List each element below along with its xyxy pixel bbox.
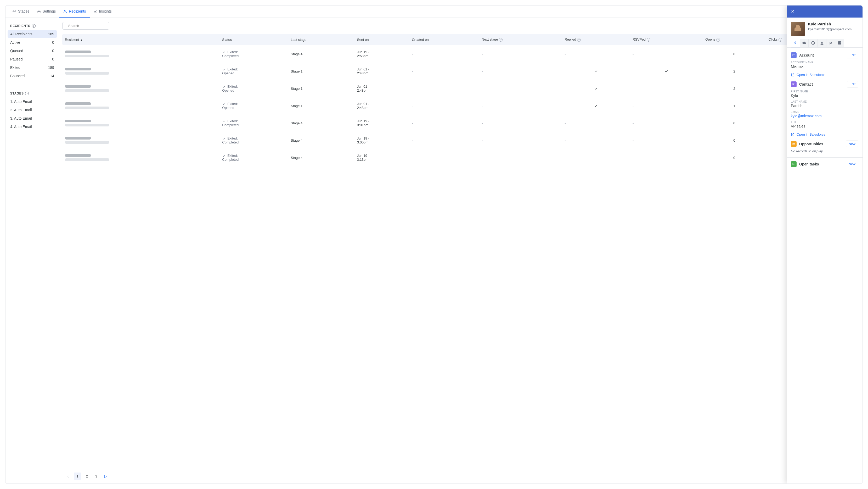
table-row[interactable]: Exited:CompletedStage 4Jun 19 ·3:01pm---… xyxy=(62,114,859,132)
help-icon[interactable]: ? xyxy=(25,92,29,95)
sidebar-filter-item[interactable]: Paused0 xyxy=(8,55,57,63)
panel-tab-person[interactable] xyxy=(817,39,827,47)
page-next[interactable]: ▷ xyxy=(102,472,110,480)
open-in-salesforce-contact[interactable]: Open in Salesforce xyxy=(791,133,858,136)
main-content: Recipient▲ Status Last stage Sent on Cre… xyxy=(59,18,863,484)
col-created-on[interactable]: Created on xyxy=(409,34,479,45)
tab-insights[interactable]: Insights xyxy=(90,5,115,18)
status-cell: Exited:Opened xyxy=(219,63,288,80)
sidebar-stage-item[interactable]: 2. Auto Email xyxy=(8,106,57,114)
next-stage-cell: - xyxy=(479,45,562,63)
help-icon[interactable]: ? xyxy=(647,38,650,41)
sidebar-filter-item[interactable]: Queued0 xyxy=(8,47,57,55)
contact-section-header: Contact Edit xyxy=(791,81,858,87)
page-1[interactable]: 1 xyxy=(74,472,81,480)
opens-cell: 0 xyxy=(703,149,766,166)
new-opportunity-button[interactable]: New xyxy=(846,141,858,147)
table-row[interactable]: Exited:CompletedStage 4Jun 19 ·2:58pm---… xyxy=(62,45,859,63)
next-stage-cell: - xyxy=(479,63,562,80)
next-stage-cell: - xyxy=(479,149,562,166)
email-value[interactable]: kyle@mixmax.com xyxy=(791,114,858,118)
panel-tab-p[interactable]: P xyxy=(827,39,835,47)
sidebar-filter-item[interactable]: Active0 xyxy=(8,38,57,47)
filter-label: All Recipients xyxy=(10,32,32,36)
help-icon[interactable]: ? xyxy=(577,38,581,41)
status-cell: Exited:Completed xyxy=(219,45,288,63)
table-row[interactable]: Exited:OpenedStage 1Jun 01 ·2:48pm---100 xyxy=(62,97,859,114)
sent-on-cell: Jun 19 ·3:01pm xyxy=(354,114,409,132)
tab-label: Recipients xyxy=(69,9,86,13)
status-cell: Exited:Completed xyxy=(219,132,288,149)
tab-settings[interactable]: Settings xyxy=(33,5,60,18)
replied-cell: - xyxy=(562,132,630,149)
profile-header: Kyle Parrish kparrish1913@prospect.com xyxy=(791,22,858,36)
panel-tab-salesforce[interactable] xyxy=(800,39,809,47)
help-icon[interactable]: ? xyxy=(716,38,720,41)
close-panel-button[interactable] xyxy=(790,9,795,15)
table-row[interactable]: Exited:OpenedStage 1Jun 01 ·2:48pm---200 xyxy=(62,80,859,97)
search-box[interactable] xyxy=(62,22,110,30)
col-sent-on[interactable]: Sent on xyxy=(354,34,409,45)
help-icon[interactable]: ? xyxy=(778,38,782,41)
table-row[interactable]: Exited:CompletedStage 4Jun 19 ·3:13pm---… xyxy=(62,149,859,166)
tab-stages[interactable]: Stages xyxy=(9,5,33,18)
col-status[interactable]: Status xyxy=(219,34,288,45)
rsvped-cell: - xyxy=(630,114,703,132)
replied-cell: - xyxy=(562,149,630,166)
search-input[interactable] xyxy=(68,24,112,28)
col-replied[interactable]: Replied? xyxy=(562,34,630,45)
title-value: VP sales xyxy=(791,124,858,128)
sidebar-stage-item[interactable]: 4. Auto Email xyxy=(8,122,57,131)
tab-recipients[interactable]: Recipients xyxy=(59,5,90,18)
sidebar-filter-item[interactable]: Exited189 xyxy=(8,63,57,72)
created-on-cell: - xyxy=(409,80,479,97)
help-icon[interactable]: ? xyxy=(499,38,502,41)
created-on-cell: - xyxy=(409,45,479,63)
sent-on-cell: Jun 19 ·3:00pm xyxy=(354,132,409,149)
panel-tab-activity[interactable] xyxy=(791,39,800,47)
person-icon xyxy=(820,41,824,45)
recipient-cell xyxy=(62,114,219,132)
sidebar-stage-item[interactable]: 1. Auto Email xyxy=(8,97,57,106)
page-3[interactable]: 3 xyxy=(93,472,100,480)
next-stage-cell: - xyxy=(479,132,562,149)
svg-point-1 xyxy=(15,11,16,12)
edit-account-button[interactable]: Edit xyxy=(847,52,858,58)
rsvped-cell: - xyxy=(630,132,703,149)
help-icon[interactable]: ? xyxy=(32,24,36,28)
page-2[interactable]: 2 xyxy=(83,472,91,480)
bolt-icon xyxy=(793,41,797,45)
tasks-icon xyxy=(791,161,797,167)
sidebar-stage-item[interactable]: 3. Auto Email xyxy=(8,114,57,122)
sidebar-filter-item[interactable]: Bounced14 xyxy=(8,72,57,80)
account-name-label: ACCOUNT NAME xyxy=(791,61,858,64)
sidebar-filter-item[interactable]: All Recipients189 xyxy=(8,30,57,38)
col-next-stage[interactable]: Next stage? xyxy=(479,34,562,45)
opens-cell: 2 xyxy=(703,63,766,80)
table-row[interactable]: Exited:OpenedStage 1Jun 01 ·2:48pm--200 xyxy=(62,63,859,80)
rsvped-cell: - xyxy=(630,80,703,97)
external-link-icon xyxy=(791,133,795,136)
pagination: ◁ 1 2 3 ▷ xyxy=(59,469,863,484)
last-name-value: Parrish xyxy=(791,104,858,108)
account-icon xyxy=(791,52,797,58)
col-last-stage[interactable]: Last stage xyxy=(288,34,354,45)
open-in-salesforce-account[interactable]: Open in Salesforce xyxy=(791,73,858,77)
col-opens[interactable]: Opens? xyxy=(703,34,766,45)
panel-tab-linkedin[interactable] xyxy=(835,39,844,47)
table-header-row: Recipient▲ Status Last stage Sent on Cre… xyxy=(62,34,859,45)
filter-label: Active xyxy=(10,40,20,45)
contact-icon xyxy=(791,81,797,87)
new-task-button[interactable]: New xyxy=(846,161,858,167)
col-recipient[interactable]: Recipient▲ xyxy=(62,34,219,45)
table-row[interactable]: Exited:CompletedStage 4Jun 19 ·3:00pm---… xyxy=(62,132,859,149)
opportunities-title: Opportunities xyxy=(799,142,843,146)
panel-tab-history[interactable] xyxy=(809,39,817,47)
first-name-label: FIRST NAME xyxy=(791,90,858,93)
filter-count: 0 xyxy=(52,40,54,45)
edit-contact-button[interactable]: Edit xyxy=(847,81,858,87)
created-on-cell: - xyxy=(409,63,479,80)
col-rsvped[interactable]: RSVPed? xyxy=(630,34,703,45)
account-name-value: Mixmax xyxy=(791,64,858,68)
last-stage-cell: Stage 4 xyxy=(288,132,354,149)
